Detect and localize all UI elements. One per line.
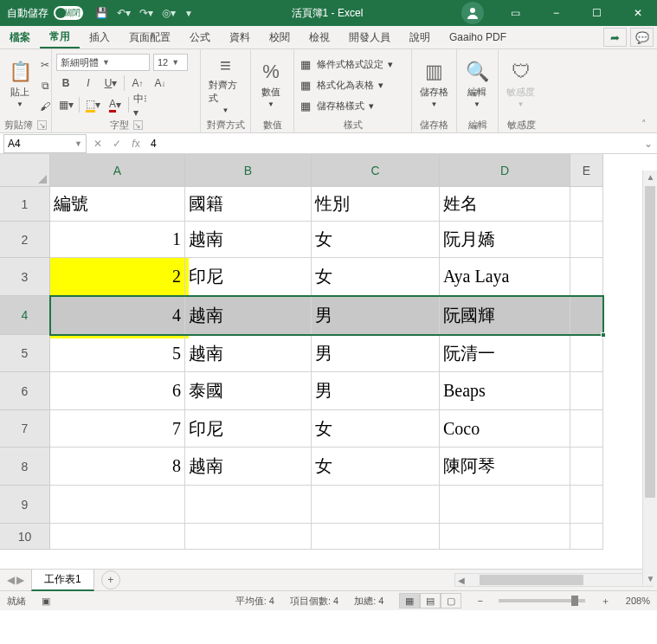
fill-handle[interactable] [601, 332, 606, 338]
cell-C7[interactable]: 女 [312, 410, 440, 448]
font-launcher[interactable]: ↘ [133, 120, 143, 130]
view-page-break-button[interactable]: ▢ [441, 593, 461, 609]
conditional-formatting-button[interactable]: ▦條件式格式設定▾ [299, 55, 393, 74]
account-avatar[interactable] [461, 2, 484, 24]
qat-more-icon[interactable]: ▼ [184, 9, 193, 18]
sheet-nav-next[interactable]: ▶ [16, 574, 24, 586]
paste-button[interactable]: 📋 貼上 ▼ [4, 52, 35, 116]
tab-gaaiho[interactable]: Gaaiho PDF [440, 26, 516, 48]
cell-C5[interactable]: 男 [312, 335, 440, 372]
cell-B4[interactable]: 越南 [185, 296, 312, 335]
cell-A9[interactable] [50, 486, 185, 524]
phonetic-button[interactable]: 中⁝▾ [132, 95, 151, 114]
cell-D8[interactable]: 陳阿琴 [440, 448, 570, 486]
horizontal-scrollbar[interactable]: ◀▶ [454, 573, 654, 587]
font-name-combo[interactable]: 新細明體▼ [56, 54, 150, 71]
cell-A5[interactable]: 5 [50, 335, 185, 372]
cell-D4[interactable]: 阮國輝 [440, 296, 570, 335]
cell-C3[interactable]: 女 [312, 258, 440, 296]
cell-E10[interactable] [570, 524, 603, 550]
cell-A10[interactable] [50, 524, 185, 550]
row-head-4[interactable]: 4 [0, 296, 50, 335]
vertical-scrollbar[interactable]: ▲ ▼ [642, 171, 657, 585]
cell-E9[interactable] [570, 486, 603, 524]
cell-E1[interactable] [570, 187, 603, 222]
tab-file[interactable]: 檔案 [0, 26, 40, 48]
sheet-tab[interactable]: 工作表1 [31, 570, 94, 591]
formula-input[interactable]: 4 [145, 138, 640, 150]
cell-D9[interactable] [440, 486, 570, 524]
cell-E8[interactable] [570, 448, 603, 486]
close-button[interactable]: ✕ [618, 0, 657, 26]
cell-C8[interactable]: 女 [312, 448, 440, 486]
cell-B7[interactable]: 印尼 [185, 410, 312, 448]
zoom-in-button[interactable]: ＋ [601, 595, 610, 608]
cell-E6[interactable] [570, 372, 603, 410]
cell-C4[interactable]: 男 [312, 296, 440, 335]
row-head-3[interactable]: 3 [0, 258, 50, 296]
cells-button[interactable]: ▥儲存格▼ [416, 52, 452, 116]
alignment-button[interactable]: ≡對齊方式▼ [205, 52, 246, 116]
cell-E3[interactable] [570, 258, 603, 296]
clipboard-launcher[interactable]: ↘ [37, 120, 47, 130]
zoom-out-button[interactable]: − [477, 596, 482, 606]
grow-font-button[interactable]: A↑ [128, 74, 147, 93]
tab-home[interactable]: 常用 [40, 26, 80, 48]
sheet-nav-prev[interactable]: ◀ [7, 574, 15, 586]
expand-formula-bar-button[interactable]: ⌄ [640, 138, 657, 150]
vscroll-thumb[interactable] [645, 186, 655, 498]
cell-B10[interactable] [185, 524, 312, 550]
camera-icon[interactable]: ◎▾ [162, 7, 176, 19]
maximize-button[interactable]: ☐ [577, 0, 616, 26]
tab-review[interactable]: 校閱 [260, 26, 300, 48]
cell-C2[interactable]: 女 [312, 222, 440, 258]
tab-help[interactable]: 說明 [400, 26, 440, 48]
tab-developer[interactable]: 開發人員 [339, 26, 400, 48]
cell-A4[interactable]: 4 [50, 296, 185, 335]
collapse-ribbon-button[interactable]: ˄ [641, 49, 655, 133]
row-head-1[interactable]: 1 [0, 187, 50, 222]
cell-B1[interactable]: 國籍 [185, 187, 312, 222]
font-size-combo[interactable]: 12▼ [153, 54, 188, 71]
macro-record-icon[interactable]: ▣ [42, 596, 50, 607]
row-head-10[interactable]: 10 [0, 524, 50, 550]
cell-E5[interactable] [570, 335, 603, 372]
cell-styles-button[interactable]: ▦儲存格樣式▾ [299, 96, 374, 115]
cell-D6[interactable]: Beaps [440, 372, 570, 410]
format-as-table-button[interactable]: ▦格式化為表格▾ [299, 75, 383, 94]
cell-D3[interactable]: Aya Laya [440, 258, 570, 296]
undo-icon[interactable]: ↶▾ [117, 7, 131, 19]
cell-A8[interactable]: 8 [50, 448, 185, 486]
cell-D1[interactable]: 姓名 [440, 187, 570, 222]
hscroll-thumb[interactable] [480, 575, 583, 585]
number-button[interactable]: %數值▼ [255, 52, 287, 116]
cell-B8[interactable]: 越南 [185, 448, 312, 486]
tab-layout[interactable]: 頁面配置 [119, 26, 180, 48]
col-head-E[interactable]: E [570, 154, 603, 187]
cell-A1[interactable]: 編號 [50, 187, 185, 222]
cell-D2[interactable]: 阮月嬌 [440, 222, 570, 258]
comments-button[interactable]: 💬 [630, 28, 654, 47]
shrink-font-button[interactable]: A↓ [151, 74, 170, 93]
cell-C9[interactable] [312, 486, 440, 524]
cell-B6[interactable]: 泰國 [185, 372, 312, 410]
row-head-2[interactable]: 2 [0, 222, 50, 258]
sensitivity-button[interactable]: 🛡敏感度▼ [503, 52, 538, 116]
redo-icon[interactable]: ↷▾ [139, 7, 153, 19]
row-head-8[interactable]: 8 [0, 448, 50, 486]
save-icon[interactable]: 💾 [95, 7, 108, 19]
cell-B9[interactable] [185, 486, 312, 524]
select-all-corner[interactable] [0, 154, 50, 187]
ribbon-options-icon[interactable]: ▭ [496, 0, 535, 26]
cell-B5[interactable]: 越南 [185, 335, 312, 372]
minimize-button[interactable]: − [537, 0, 576, 26]
fill-color-button[interactable]: ⬚▾ [83, 95, 102, 114]
tab-data[interactable]: 資料 [220, 26, 260, 48]
col-head-D[interactable]: D [440, 154, 570, 187]
col-head-B[interactable]: B [185, 154, 312, 187]
row-head-7[interactable]: 7 [0, 410, 50, 448]
underline-button[interactable]: U▾ [101, 74, 120, 93]
cell-A7[interactable]: 7 [50, 410, 185, 448]
zoom-slider[interactable] [499, 599, 585, 602]
row-head-6[interactable]: 6 [0, 372, 50, 410]
